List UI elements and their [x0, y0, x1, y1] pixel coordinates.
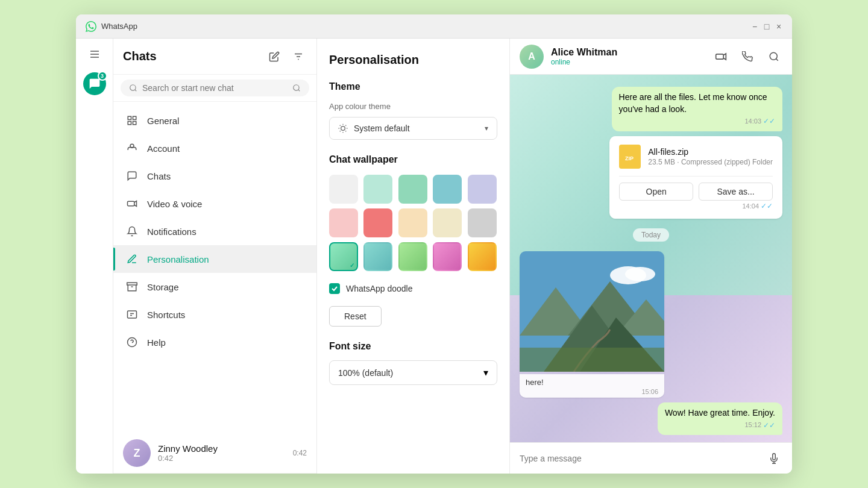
wallpaper-section-title: Chat wallpaper: [329, 154, 497, 165]
personalisation-title: Personalisation: [329, 53, 497, 67]
maximize-button[interactable]: □: [763, 23, 770, 30]
panel-actions: [266, 48, 307, 65]
wallpaper-swatch-3[interactable]: [433, 175, 462, 204]
file-size: 23.5 MB · Compressed (zipped) Folder: [648, 158, 773, 166]
mic-button[interactable]: [766, 450, 782, 467]
filter-button[interactable]: [290, 48, 307, 65]
main-content: 3 Chats: [76, 39, 792, 474]
sidebar-item-general[interactable]: General: [113, 107, 316, 134]
left-panel-header: Chats: [113, 39, 316, 75]
sidebar-item-account[interactable]: Account: [113, 134, 316, 162]
wallpaper-swatch-5[interactable]: [329, 208, 358, 237]
account-label: Account: [147, 143, 180, 154]
wallpaper-swatch-4[interactable]: [468, 175, 497, 204]
file-card: ZIP All-files.zip 23.5 MB · Compressed (…: [609, 136, 782, 219]
svg-line-26: [340, 131, 341, 131]
sidebar-item-help[interactable]: Help: [113, 328, 316, 356]
dropdown-chevron: ▾: [485, 124, 488, 133]
wallpaper-swatch-13[interactable]: [433, 242, 462, 271]
reset-button[interactable]: Reset: [329, 306, 382, 327]
voice-call-button[interactable]: [739, 48, 756, 65]
storage-icon: [125, 280, 139, 293]
sidebar-item-storage[interactable]: Storage: [113, 273, 316, 301]
chat-input-bar: [510, 442, 792, 474]
notifications-label: Notifications: [147, 227, 197, 237]
title-bar: WhatsApp − □ ×: [76, 14, 792, 39]
svg-point-19: [341, 127, 345, 131]
svg-rect-28: [716, 54, 724, 58]
wallpaper-grid: [329, 175, 497, 271]
panel-title: Chats: [123, 49, 266, 63]
sidebar-item-notifications[interactable]: Notifications: [113, 217, 316, 245]
message-input[interactable]: [520, 454, 760, 463]
sidebar-item-chats[interactable]: Chats: [113, 162, 316, 190]
svg-text:ZIP: ZIP: [625, 155, 634, 161]
message-1: Here are all the files. Let me know once…: [612, 87, 782, 131]
font-size-dropdown[interactable]: 100% (default) ▾: [329, 360, 497, 385]
photo-time: 15:06: [526, 388, 658, 395]
wallpaper-swatch-14[interactable]: [468, 242, 497, 271]
wallpaper-swatch-12[interactable]: [398, 242, 427, 271]
read-tick: ✓✓: [763, 116, 775, 127]
chats-label: Chats: [147, 171, 171, 181]
close-button[interactable]: ×: [775, 23, 782, 30]
wallpaper-swatch-10[interactable]: [329, 242, 358, 271]
personalisation-label: Personalisation: [147, 254, 209, 264]
file-time: 14:04 ✓✓: [619, 202, 773, 210]
chat-list-info: Zinny Woodley 0:42: [158, 443, 286, 463]
search-input-wrap: [121, 80, 309, 96]
wallpaper-swatch-8[interactable]: [433, 208, 462, 237]
wallpaper-swatch-7[interactable]: [398, 208, 427, 237]
font-value: 100% (default): [338, 368, 477, 378]
search-input[interactable]: [142, 83, 288, 93]
chats-tab-button[interactable]: 3: [83, 72, 106, 95]
sidebar-item-video-voice[interactable]: Video & voice: [113, 190, 316, 217]
theme-dropdown[interactable]: System default ▾: [329, 117, 497, 140]
hamburger-menu-button[interactable]: [84, 43, 105, 65]
photo-caption: here! 15:06: [520, 374, 664, 398]
svg-rect-10: [133, 122, 136, 125]
help-label: Help: [147, 337, 166, 348]
personalisation-panel: Personalisation Theme App colour theme S…: [317, 39, 510, 474]
photo-message: here! 15:06: [520, 251, 664, 398]
chat-user-info: Alice Whitman online: [551, 47, 705, 66]
search-icon: [129, 84, 137, 92]
wallpaper-swatch-2[interactable]: [398, 175, 427, 204]
video-voice-icon: [125, 197, 139, 210]
file-card-inner: ZIP All-files.zip 23.5 MB · Compressed (…: [619, 145, 773, 169]
wallpaper-swatch-0[interactable]: [329, 175, 358, 204]
file-info: All-files.zip 23.5 MB · Compressed (zipp…: [648, 147, 773, 166]
message-time: 14:03 ✓✓: [619, 116, 775, 127]
doodle-label: WhatsApp doodle: [346, 284, 413, 293]
icon-sidebar: 3: [76, 39, 113, 474]
wallpaper-swatch-6[interactable]: [363, 208, 392, 237]
minimize-button[interactable]: −: [751, 23, 758, 30]
font-dropdown-chevron: ▾: [483, 367, 488, 378]
personalisation-icon: [125, 252, 139, 266]
sidebar-item-personalisation[interactable]: Personalisation: [113, 245, 316, 273]
app-colour-label: App colour theme: [329, 102, 497, 111]
video-call-button[interactable]: [712, 48, 729, 65]
whatsapp-logo: [86, 21, 96, 32]
wallpaper-swatch-9[interactable]: [468, 208, 497, 237]
chat-list-item[interactable]: Z Zinny Woodley 0:42 0:42: [113, 433, 316, 474]
shortcuts-icon: [125, 308, 139, 321]
theme-icon: [338, 124, 348, 133]
wallpaper-swatch-1[interactable]: [363, 175, 392, 204]
account-icon: [125, 142, 139, 155]
svg-point-7: [294, 85, 299, 90]
search-submit-icon: [292, 84, 301, 92]
general-label: General: [147, 116, 179, 126]
chat-messages: Here are all the files. Let me know once…: [510, 75, 792, 442]
save-file-button[interactable]: Save as...: [699, 183, 773, 201]
sidebar-item-shortcuts[interactable]: Shortcuts: [113, 301, 316, 328]
theme-value: System default: [354, 124, 479, 133]
search-chat-button[interactable]: [766, 48, 782, 65]
message-time-5: 15:12 ✓✓: [665, 421, 775, 431]
doodle-checkbox[interactable]: [329, 283, 340, 294]
svg-rect-40: [520, 348, 664, 372]
wallpaper-swatch-11[interactable]: [363, 242, 392, 271]
new-chat-button[interactable]: [266, 48, 283, 65]
search-box: [113, 75, 316, 102]
open-file-button[interactable]: Open: [619, 183, 693, 201]
